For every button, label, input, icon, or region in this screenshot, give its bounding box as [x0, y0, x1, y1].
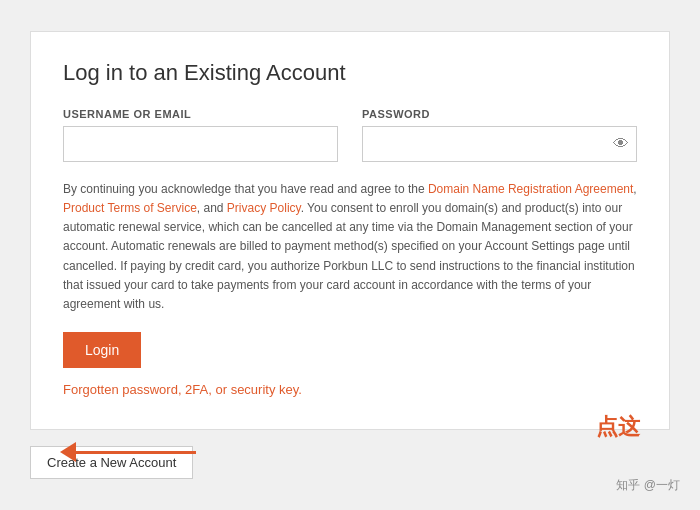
login-card: Log in to an Existing Account USERNAME O…	[30, 31, 670, 430]
product-terms-link[interactable]: Product Terms of Service	[63, 201, 197, 215]
card-title: Log in to an Existing Account	[63, 60, 637, 86]
domain-name-registration-link[interactable]: Domain Name Registration Agreement	[428, 182, 633, 196]
fields-row: USERNAME OR EMAIL PASSWORD 👁	[63, 108, 637, 162]
username-field-group: USERNAME OR EMAIL	[63, 108, 338, 162]
login-button[interactable]: Login	[63, 332, 141, 368]
privacy-policy-link[interactable]: Privacy Policy	[227, 201, 301, 215]
terms-and: , and	[197, 201, 227, 215]
username-label: USERNAME OR EMAIL	[63, 108, 338, 120]
terms-paragraph: By continuing you acknowledge that you h…	[63, 180, 637, 314]
password-field-group: PASSWORD 👁	[362, 108, 637, 162]
username-input[interactable]	[63, 126, 338, 162]
arrow-head-icon	[60, 442, 76, 462]
password-wrapper: 👁	[362, 126, 637, 162]
arrow-annotation	[60, 442, 196, 462]
arrow-line	[76, 451, 196, 454]
annotation-text: 点这	[596, 412, 640, 442]
forgot-password-link[interactable]: Forgotten password, 2FA, or security key…	[63, 382, 637, 397]
password-label: PASSWORD	[362, 108, 637, 120]
terms-text-before-link1: By continuing you acknowledge that you h…	[63, 182, 428, 196]
toggle-password-icon[interactable]: 👁	[613, 135, 629, 153]
terms-comma1: ,	[633, 182, 636, 196]
terms-text-after: . You consent to enroll you domain(s) an…	[63, 201, 635, 311]
zhihu-label: 知乎 @一灯	[616, 477, 680, 494]
password-input[interactable]	[362, 126, 637, 162]
